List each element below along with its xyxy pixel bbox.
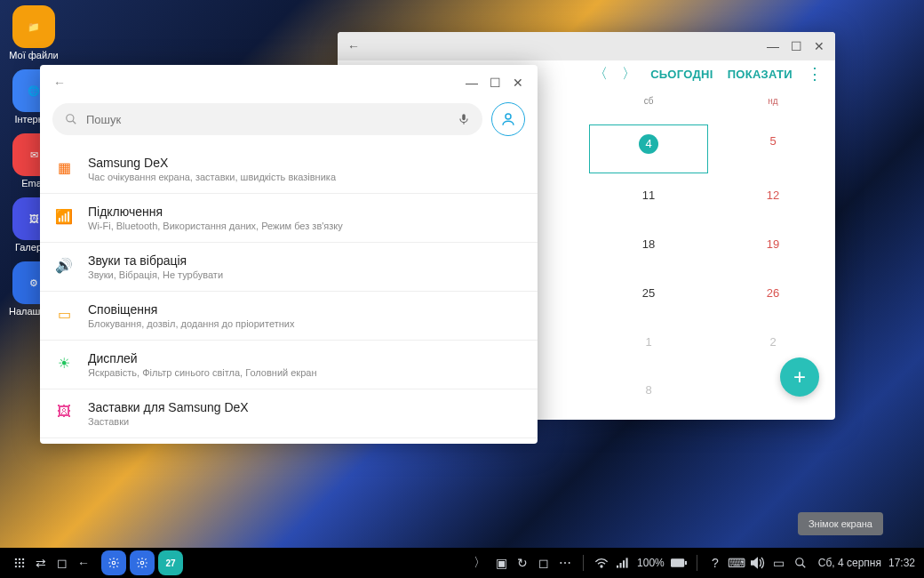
prev-month-button[interactable]: 〈 [593, 65, 608, 84]
app-icon: 📁 [28, 21, 40, 33]
settings-item-title: Дисплей [88, 351, 316, 365]
calendar-cell[interactable]: 5 [711, 122, 835, 177]
settings-item-title: Samsung DeX [88, 156, 336, 170]
screenshot-button[interactable]: ▭ [769, 556, 790, 570]
tray-separator [697, 555, 697, 571]
calendar-cell[interactable]: 4 [586, 122, 711, 177]
svg-line-1 [73, 121, 76, 124]
search-input[interactable] [84, 112, 450, 127]
settings-item[interactable]: 📶ПідключенняWi-Fi, Bluetooth, Використан… [40, 193, 538, 242]
settings-item-title: Сповіщення [88, 302, 294, 317]
settings-item-subtitle: Заставки [88, 416, 249, 427]
tray-window-icon: ◻ [533, 556, 554, 570]
wifi-icon[interactable] [591, 558, 612, 568]
calendar-cell[interactable]: 8 [586, 371, 711, 420]
svg-rect-17 [617, 566, 618, 568]
keyboard-button[interactable]: ⌨ [726, 556, 747, 570]
minimize-button[interactable]: — [463, 74, 481, 92]
svg-point-7 [22, 558, 24, 560]
show-button[interactable]: ПОКАЗАТИ [728, 68, 793, 81]
mic-icon[interactable] [458, 111, 470, 127]
back-button[interactable]: ← [345, 37, 362, 55]
help-button[interactable]: ? [705, 556, 726, 570]
apps-button[interactable] [9, 557, 30, 569]
svg-point-5 [15, 558, 17, 560]
screenshot-toast: Знімок екрана [798, 512, 883, 535]
svg-point-8 [15, 562, 17, 564]
taskbar-time[interactable]: 17:32 [888, 557, 915, 569]
settings-item-subtitle: Час очікування екрана, заставки, швидкіс… [88, 172, 336, 182]
calendar-cell[interactable]: 12 [711, 176, 835, 225]
settings-item[interactable]: ☀ДисплейЯскравість, Фільтр синього світл… [40, 340, 538, 389]
svg-point-10 [22, 562, 24, 564]
svg-point-0 [67, 115, 74, 122]
settings-item-title: Звуки та вібрація [88, 253, 223, 268]
settings-item-icon: 📶 [54, 206, 74, 226]
settings-item[interactable]: 🔊Звуки та вібраціяЗвуки, Вібрація, Не ту… [40, 242, 538, 291]
svg-point-11 [15, 566, 17, 567]
calendar-titlebar: ← — ☐ ✕ [338, 32, 835, 60]
taskbar-search-button[interactable] [790, 557, 811, 569]
calendar-today-badge: 4 [639, 134, 658, 154]
settings-window: ← — ☐ ✕ ▦Samsung DeXЧас очікування екра [40, 65, 538, 444]
maximize-button[interactable]: ☐ [486, 74, 504, 92]
svg-point-9 [19, 562, 20, 564]
calendar-cell[interactable]: 26 [711, 274, 835, 323]
settings-item-icon: 🔊 [54, 255, 74, 275]
today-button[interactable]: СЬОГОДНІ [650, 68, 713, 81]
calendar-menu-button[interactable]: ⋮ [807, 64, 823, 84]
account-button[interactable] [491, 102, 525, 136]
calendar-cell[interactable]: 25 [586, 274, 711, 323]
desktop-icon-0[interactable]: 📁Мої файли [9, 5, 59, 60]
taskbar-date[interactable]: Сб, 4 серпня [818, 557, 881, 569]
maximize-button[interactable]: ☐ [787, 37, 805, 55]
volume-button[interactable] [747, 557, 769, 569]
app-icon: ⚙ [29, 277, 38, 289]
svg-marker-23 [751, 557, 758, 568]
taskbar-back-button[interactable]: ← [73, 556, 94, 570]
settings-item[interactable]: ▭СповіщенняБлокування, дозвіл, додання д… [40, 291, 538, 340]
calendar-cell[interactable]: 19 [711, 225, 835, 274]
home-button[interactable]: ◻ [52, 556, 73, 570]
back-button[interactable]: ← [51, 74, 68, 92]
tray-more-button[interactable]: ⋯ [554, 556, 576, 570]
desktop-icon-label: Мої файли [9, 50, 59, 60]
search-icon [65, 113, 77, 125]
taskbar: ⇄ ◻ ← 27 〉 ▣ ↻ ◻ ⋯ 100% ? ⌨ [0, 548, 924, 578]
svg-rect-21 [671, 558, 684, 567]
settings-item[interactable]: ⊕Додаткові функціїS Pen, Ігри [40, 438, 538, 444]
svg-point-24 [796, 558, 803, 566]
add-event-button[interactable]: + [780, 357, 819, 397]
minimize-button[interactable]: — [764, 37, 782, 55]
app-icon: ✉ [30, 149, 38, 161]
recents-button[interactable]: ⇄ [30, 556, 52, 570]
svg-rect-18 [620, 563, 622, 568]
calendar-cell[interactable]: 11 [586, 176, 711, 225]
battery-percent: 100% [637, 557, 665, 569]
calendar-cell[interactable]: 1 [586, 323, 711, 372]
calendar-dow: нд [711, 91, 835, 122]
desktop: 📁Мої файли🌐Інтернет✉Email🖼Галерея⚙Налашт… [0, 0, 924, 578]
calendar-dow: сб [586, 91, 711, 122]
settings-item-icon: ▭ [54, 304, 74, 324]
settings-item[interactable]: 🖼Заставки для Samsung DeXЗаставки [40, 389, 538, 438]
tray-separator [583, 555, 584, 571]
calendar-cell[interactable]: 2 [711, 323, 835, 372]
tray-expand-button[interactable]: 〉 [469, 555, 490, 571]
svg-rect-22 [685, 561, 687, 565]
taskbar-app-settings-2[interactable] [130, 550, 155, 575]
tray-image-icon: ▣ [490, 556, 512, 570]
signal-icon [612, 558, 633, 568]
taskbar-app-calendar[interactable]: 27 [158, 550, 183, 575]
settings-item-subtitle: Звуки, Вібрація, Не турбувати [88, 269, 223, 280]
svg-point-12 [19, 566, 20, 567]
calendar-cell[interactable]: 18 [586, 225, 711, 274]
settings-item[interactable]: ▦Samsung DeXЧас очікування екрана, заста… [40, 145, 538, 193]
search-box[interactable] [52, 103, 482, 135]
next-month-button[interactable]: 〉 [622, 65, 636, 84]
svg-point-16 [601, 566, 602, 567]
battery-icon [668, 558, 689, 567]
taskbar-app-settings[interactable] [101, 550, 126, 575]
close-button[interactable]: ✕ [810, 37, 828, 55]
close-button[interactable]: ✕ [509, 74, 527, 92]
